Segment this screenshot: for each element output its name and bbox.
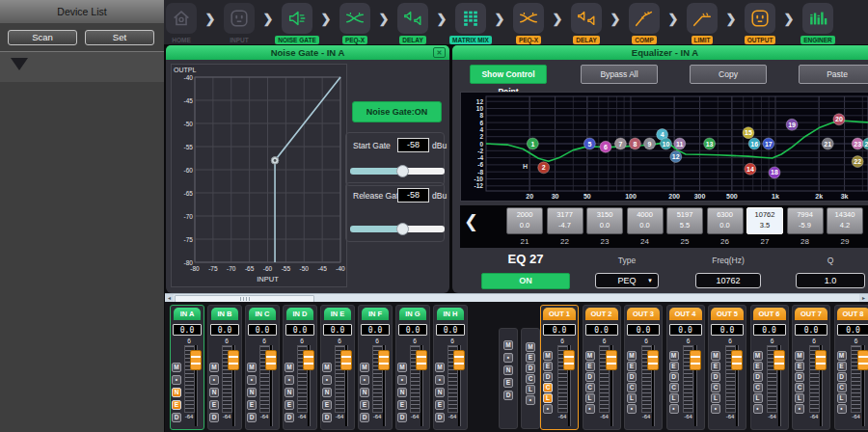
channel-button-e[interactable]: E (543, 362, 553, 371)
channel-button-d[interactable]: D (795, 372, 804, 382)
eq-control-point-9[interactable]: 9 (644, 138, 656, 149)
fader-handle[interactable] (647, 350, 659, 370)
eq-band-cell-23[interactable]: 31500.0 (586, 207, 623, 234)
eq-control-point-5[interactable]: 5 (583, 138, 595, 149)
channel-button-m[interactable]: M (669, 351, 679, 361)
channel-button-e[interactable]: E (627, 362, 637, 371)
channel-button-c[interactable]: C (837, 383, 847, 392)
master-button-e[interactable]: E (503, 378, 513, 388)
fader-handle[interactable] (773, 350, 785, 370)
fader-handle[interactable] (857, 350, 868, 370)
channel-button-dot[interactable]: • (435, 375, 445, 385)
fader-handle[interactable] (416, 350, 427, 370)
band-on-button[interactable]: ON (481, 273, 570, 289)
channel-button-c[interactable]: C (753, 383, 763, 392)
toolbar-item-comp[interactable]: COMP (615, 3, 673, 43)
tree-expand-arrow-icon[interactable] (11, 58, 28, 70)
channel-button-m[interactable]: M (247, 363, 257, 372)
toolbar-item-peq-x[interactable]: PEQ-X (326, 3, 384, 43)
eq-band-cell-27[interactable]: 107623.5 (746, 207, 783, 234)
channel-value[interactable]: 0.0 (711, 324, 744, 336)
start-gate-field[interactable]: -58 (397, 138, 429, 152)
channel-tab[interactable]: OUT 7 (795, 308, 827, 320)
channel-button-l[interactable]: L (585, 393, 595, 403)
toolbar-item-delay[interactable]: DELAY (557, 3, 615, 43)
channel-button-e[interactable]: E (435, 400, 445, 410)
channel-button-c[interactable]: C (543, 383, 553, 392)
channel-button-l[interactable]: L (627, 393, 637, 403)
fader-handle[interactable] (453, 350, 465, 370)
channel-button-d[interactable]: D (397, 413, 407, 422)
channel-tab[interactable]: IN F (362, 308, 389, 320)
channel-button-d[interactable]: D (753, 372, 763, 382)
channel-button-m[interactable]: M (753, 351, 763, 361)
eq-control-point-11[interactable]: 11 (674, 138, 686, 149)
fader-handle[interactable] (303, 350, 314, 370)
channel-tab[interactable]: OUT 4 (669, 308, 702, 320)
channel-tab[interactable]: IN E (324, 308, 351, 320)
channel-button-d[interactable]: D (322, 413, 332, 422)
eq-band-cell-26[interactable]: 63000.0 (707, 207, 744, 234)
close-icon[interactable]: ✕ (433, 47, 446, 58)
channel-tab[interactable]: OUT 6 (753, 308, 786, 320)
channel-button-e[interactable]: E (711, 362, 720, 371)
slider-handle[interactable] (396, 165, 409, 177)
toolbar-item-home[interactable]: HOME (152, 3, 210, 43)
fader-handle[interactable] (731, 350, 743, 370)
fader-handle[interactable] (190, 350, 202, 370)
channel-button-c[interactable]: C (795, 383, 804, 392)
freq-field[interactable]: 10762 (695, 273, 761, 288)
channel-button-dot[interactable]: • (627, 404, 637, 414)
channel-value[interactable]: 0.0 (436, 324, 465, 336)
channel-button-n[interactable]: N (322, 388, 332, 397)
channel-button-e[interactable]: E (285, 400, 294, 410)
channel-value[interactable]: 0.0 (585, 324, 618, 336)
fader-handle[interactable] (815, 350, 827, 370)
channel-tab[interactable]: IN D (286, 308, 313, 320)
channel-button-e[interactable]: E (837, 362, 847, 371)
eq-control-point-22[interactable]: 22 (852, 156, 863, 168)
channel-button-d[interactable]: D (837, 372, 847, 382)
toolbar-item-noise-gate[interactable]: NOISE GATE (268, 3, 326, 43)
channel-button-m[interactable]: M (209, 363, 219, 372)
eq-control-point-15[interactable]: 15 (743, 127, 754, 139)
channel-button-m[interactable]: M (435, 363, 445, 372)
channel-button-dot[interactable]: • (397, 375, 407, 385)
channel-button-e[interactable]: E (585, 362, 595, 371)
toolbar-item-delay[interactable]: DELAY (384, 3, 442, 43)
channel-button-c[interactable]: C (711, 383, 720, 392)
channel-button-e[interactable]: E (397, 400, 407, 410)
channel-button-n[interactable]: N (397, 388, 407, 397)
channel-button-e[interactable]: E (172, 400, 181, 410)
channel-button-d[interactable]: D (711, 372, 720, 382)
channel-button-l[interactable]: L (795, 393, 804, 403)
q-field[interactable]: 1.0 (796, 273, 865, 288)
channel-button-d[interactable]: D (669, 372, 679, 382)
master-button-c[interactable]: C (526, 374, 535, 384)
channel-button-dot[interactable]: • (753, 404, 763, 414)
channel-button-m[interactable]: M (837, 351, 847, 361)
channel-button-d[interactable]: D (247, 413, 257, 422)
channel-value[interactable]: 0.0 (669, 324, 702, 336)
master-button-d[interactable]: D (526, 364, 535, 373)
eq-control-point-20[interactable]: 20 (833, 114, 845, 125)
eq-band-cell-21[interactable]: 20000.0 (506, 207, 543, 234)
channel-button-dot[interactable]: • (247, 375, 257, 385)
channel-button-d[interactable]: D (360, 413, 369, 422)
channel-button-m[interactable]: M (795, 351, 804, 361)
channel-value[interactable]: 0.0 (285, 324, 314, 336)
slider-handle[interactable] (396, 223, 409, 235)
channel-tab[interactable]: IN G (399, 308, 426, 320)
channel-value[interactable]: 0.0 (543, 324, 576, 336)
channel-button-n[interactable]: N (285, 388, 294, 397)
channel-tab[interactable]: IN B (211, 308, 238, 320)
eq-control-point-2[interactable]: 2 (538, 162, 550, 174)
channel-button-m[interactable]: M (711, 351, 720, 361)
channel-value[interactable]: 0.0 (753, 324, 786, 336)
channel-button-l[interactable]: L (543, 393, 553, 403)
toolbar-item-input[interactable]: INPUT (210, 3, 268, 43)
set-button[interactable]: Set (85, 30, 154, 45)
eq-control-point-13[interactable]: 13 (704, 138, 716, 149)
mixer-scrollbar[interactable]: ◂ ▸ (165, 293, 868, 302)
channel-button-d[interactable]: D (543, 372, 553, 382)
